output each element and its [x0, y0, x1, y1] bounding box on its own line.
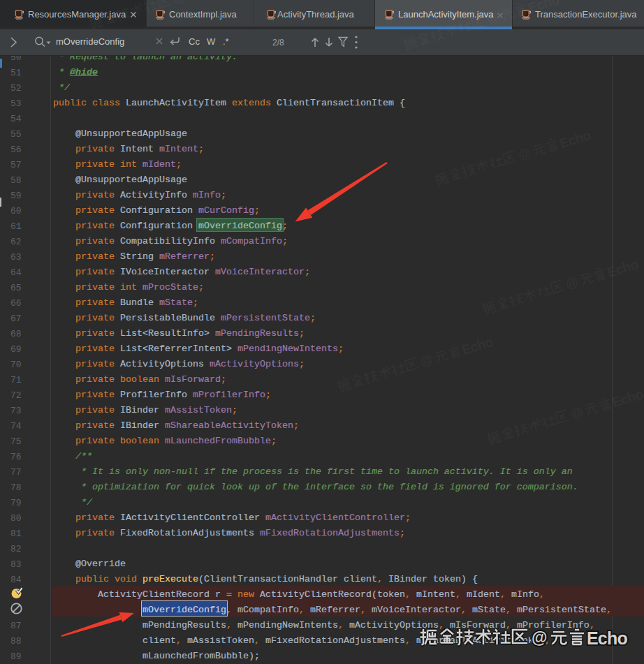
svg-text:@: @: [419, 352, 435, 369]
svg-text:@: @: [517, 145, 533, 162]
svg-text:@: @: [569, 404, 585, 421]
svg-text:Echo: Echo: [557, 127, 592, 151]
svg-text:Echo: Echo: [526, 0, 561, 15]
svg-text:@: @: [532, 628, 547, 647]
svg-text:Echo: Echo: [605, 256, 640, 280]
svg-text:Echo: Echo: [610, 386, 644, 410]
svg-text:@: @: [171, 0, 187, 6]
svg-text:@: @: [564, 274, 580, 291]
svg-text:Echo: Echo: [460, 334, 495, 357]
svg-text:@: @: [485, 10, 502, 27]
svg-text:Echo: Echo: [587, 628, 627, 648]
